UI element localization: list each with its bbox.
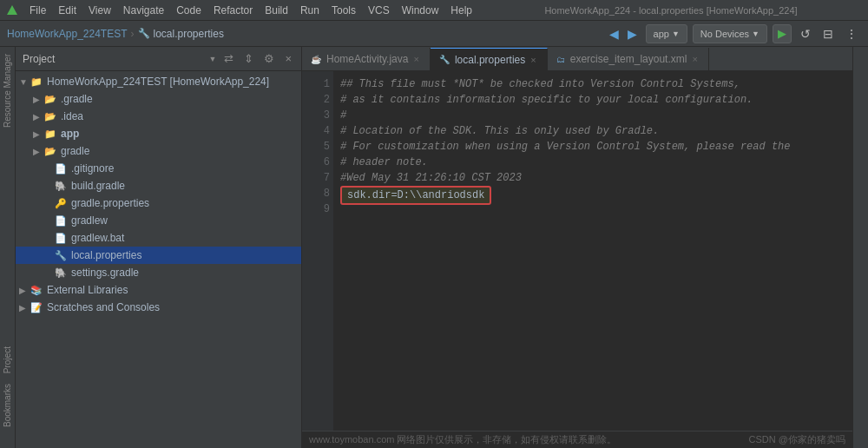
lib-icon-extlibs: 📚 — [30, 283, 43, 297]
code-line-9 — [340, 205, 845, 221]
breadcrumb-file-icon: 🔧 — [138, 28, 150, 39]
menu-file[interactable]: File — [24, 3, 51, 18]
tree-label-scratches: Scratches and Consoles — [47, 301, 160, 313]
tree-item-app[interactable]: ▶ 📁 app — [16, 125, 301, 142]
layout-button[interactable]: ⊟ — [819, 25, 837, 43]
tree-item-gradlewbat[interactable]: ▶ 📄 gradlew.bat — [16, 229, 301, 247]
tab-exerciselayout[interactable]: 🗂 exercise_item_layout.xml × — [548, 48, 709, 70]
tab-label-homeactivity: HomeActivity.java — [326, 53, 408, 65]
project-tab[interactable]: Project — [3, 346, 12, 373]
svg-marker-0 — [7, 5, 17, 15]
tree-arrow-idea: ▶ — [33, 112, 43, 122]
editor-content: 1 2 3 4 5 6 7 8 9 ## This file must *NOT… — [302, 71, 852, 431]
menu-view[interactable]: View — [83, 3, 116, 18]
code-line-3: # — [340, 108, 845, 123]
menu-vcs[interactable]: VCS — [363, 3, 395, 18]
sync-icon[interactable]: ⇄ — [221, 51, 236, 66]
tree-label-settingsgradle: settings.gradle — [71, 267, 139, 279]
expand-icon[interactable]: ⇕ — [241, 51, 256, 66]
code-editor[interactable]: ## This file must *NOT* be checked into … — [333, 71, 852, 431]
app-selector-arrow: ▼ — [672, 30, 680, 38]
tree-item-gradle[interactable]: ▶ 📂 .gradle — [16, 90, 301, 108]
tree-item-localprops[interactable]: ▶ 🔧 local.properties — [16, 247, 301, 264]
menu-run[interactable]: Run — [295, 3, 325, 18]
bookmarks-tab[interactable]: Bookmarks — [3, 384, 12, 427]
run-icon: ▶ — [778, 27, 786, 40]
run-button[interactable]: ▶ — [773, 24, 792, 43]
tree-item-extlibs[interactable]: ▶ 📚 External Libraries — [16, 281, 301, 299]
tree-item-gradle2[interactable]: ▶ 📂 gradle — [16, 142, 301, 160]
gradle-icon-build: 🐘 — [54, 179, 68, 193]
tree-arrow-root: ▼ — [19, 77, 30, 87]
file-icon-gradlew: 📄 — [54, 214, 68, 227]
resource-manager-tab[interactable]: Resource Manager — [3, 54, 12, 128]
code-text-7: #Wed May 31 21:26:10 CST 2023 — [340, 170, 522, 186]
reload-button[interactable]: ↺ — [797, 25, 814, 43]
panel-title: Project — [23, 53, 203, 65]
tree-item-build[interactable]: ▶ 🐘 build.gradle — [16, 177, 301, 194]
props-icon-localprops: 🔧 — [54, 248, 68, 262]
tree-item-root[interactable]: ▼ 📁 HomeWorkApp_224TEST [HomeWorkApp_224… — [16, 73, 301, 90]
tree-label-build: build.gradle — [71, 180, 125, 192]
watermark-right: CSDN @你家的猪卖吗 — [749, 433, 845, 446]
tab-icon-localprops: 🔧 — [439, 55, 450, 64]
panel-dropdown-arrow[interactable]: ▼ — [208, 55, 216, 63]
tree-arrow-extlibs: ▶ — [19, 286, 30, 295]
toolbar: HomeWorkApp_224TEST › 🔧 local.properties… — [0, 21, 868, 47]
breadcrumb-separator: › — [131, 28, 135, 40]
folder-icon-root: 📁 — [30, 75, 43, 89]
back-button[interactable]: ◀ — [606, 25, 622, 43]
settings-button[interactable]: ⋮ — [842, 25, 861, 43]
menu-bar: File Edit View Navigate Code Refactor Bu… — [0, 0, 868, 21]
file-icon-gradlewbat: 📄 — [54, 231, 68, 245]
menu-navigate[interactable]: Navigate — [118, 3, 169, 18]
settings-icon[interactable]: ⚙ — [261, 51, 277, 66]
menu-tools[interactable]: Tools — [326, 3, 361, 18]
tree-label-gradlew: gradlew — [71, 214, 108, 227]
props-icon-gradleprops: 🔑 — [54, 196, 68, 210]
gradle-icon-settingsgradle: 🐘 — [54, 266, 68, 280]
file-icon-gitignore: 📄 — [54, 161, 68, 175]
menu-build[interactable]: Build — [260, 3, 293, 18]
breadcrumb-project[interactable]: HomeWorkApp_224TEST — [7, 28, 128, 40]
tab-close-exerciselayout[interactable]: × — [692, 54, 697, 64]
device-selector[interactable]: No Devices ▼ — [693, 24, 767, 43]
tree-arrow-build: ▶ — [43, 181, 54, 191]
breadcrumb-file[interactable]: local.properties — [154, 28, 224, 40]
code-text-2: # as it contains information specific to… — [340, 92, 753, 108]
tree-item-idea[interactable]: ▶ 📂 .idea — [16, 108, 301, 125]
tree-label-app: app — [61, 128, 79, 140]
tab-localprops[interactable]: 🔧 local.properties × — [431, 48, 548, 70]
tree-label-gradle2: gradle — [61, 145, 89, 157]
tree-arrow-gitignore: ▶ — [43, 164, 54, 174]
menu-code[interactable]: Code — [171, 3, 207, 18]
tree-item-settingsgradle[interactable]: ▶ 🐘 settings.gradle — [16, 264, 301, 281]
tree-item-scratches[interactable]: ▶ 📝 Scratches and Consoles — [16, 299, 301, 316]
tab-icon-exerciselayout: 🗂 — [556, 55, 565, 64]
breadcrumb: HomeWorkApp_224TEST › 🔧 local.properties — [7, 28, 606, 40]
tab-close-localprops[interactable]: × — [530, 55, 536, 65]
project-panel: Project ▼ ⇄ ⇕ ⚙ × ▼ 📁 HomeWorkApp_224TES… — [16, 47, 302, 448]
tree-label-gitignore: .gitignore — [71, 162, 114, 175]
device-selector-arrow: ▼ — [752, 30, 760, 38]
tab-icon-homeactivity: ☕ — [311, 55, 321, 64]
menu-refactor[interactable]: Refactor — [208, 3, 258, 18]
tree-arrow-settingsgradle: ▶ — [43, 268, 54, 278]
tree-item-gitignore[interactable]: ▶ 📄 .gitignore — [16, 160, 301, 177]
close-icon[interactable]: × — [282, 51, 294, 66]
code-text-1: ## This file must *NOT* be checked into … — [340, 76, 740, 92]
tree-item-gradlew[interactable]: ▶ 📄 gradlew — [16, 212, 301, 229]
menu-edit[interactable]: Edit — [53, 3, 82, 18]
tree-item-gradleprops[interactable]: ▶ 🔑 gradle.properties — [16, 194, 301, 212]
app-selector[interactable]: app ▼ — [646, 24, 687, 43]
forward-button[interactable]: ▶ — [624, 25, 641, 43]
code-line-8: sdk.dir=D:\\andriodsdk — [340, 186, 845, 205]
panel-header: Project ▼ ⇄ ⇕ ⚙ × — [16, 47, 301, 71]
menu-help[interactable]: Help — [445, 3, 477, 18]
tab-homeactivity[interactable]: ☕ HomeActivity.java × — [302, 48, 431, 70]
folder-icon-gradle: 📂 — [43, 92, 57, 106]
right-side-tabs — [852, 47, 868, 448]
menu-window[interactable]: Window — [397, 3, 444, 18]
tree-arrow-gradlew: ▶ — [43, 216, 54, 226]
tab-close-homeactivity[interactable]: × — [413, 54, 418, 64]
